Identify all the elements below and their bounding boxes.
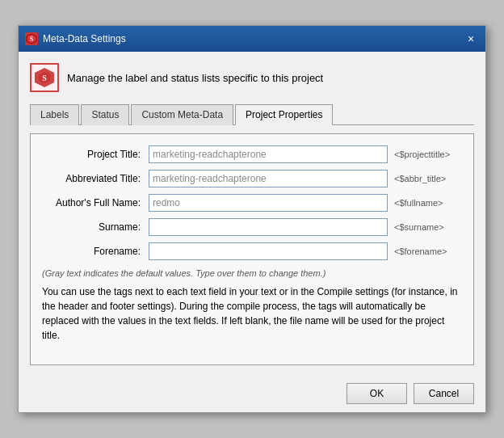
app-icon: S [25, 32, 38, 45]
input-field-4[interactable] [149, 242, 388, 260]
tab-status[interactable]: Status [81, 104, 129, 125]
tag-4: <$forename> [391, 246, 464, 256]
ok-button[interactable]: OK [346, 383, 407, 404]
description-text: You can use the tags next to each text f… [40, 284, 464, 343]
form-row: Author's Full Name:<$fullname> [40, 194, 464, 212]
hint-text: (Gray text indicates the default values.… [40, 268, 464, 278]
svg-text:S: S [30, 36, 34, 43]
form-row: Project Title:<$projecttitle> [40, 145, 464, 163]
form-fields: Project Title:<$projecttitle>Abbreviated… [40, 145, 464, 267]
label-0: Project Title: [40, 149, 145, 160]
tab-labels[interactable]: Labels [30, 104, 79, 125]
title-bar: S Meta-Data Settings × [19, 26, 485, 52]
dialog-window: S Meta-Data Settings × S Manage the labe… [18, 25, 486, 413]
input-field-0[interactable] [149, 145, 388, 163]
svg-text:S: S [42, 74, 47, 82]
window-title: Meta-Data Settings [43, 33, 126, 44]
info-description: Manage the label and status lists specif… [67, 72, 323, 84]
dialog-body: S Manage the label and status lists spec… [19, 52, 485, 377]
label-2: Author's Full Name: [40, 197, 145, 208]
label-1: Abbreviated Title: [40, 173, 145, 184]
tag-0: <$projecttitle> [391, 150, 464, 159]
form-row: Abbreviated Title:<$abbr_title> [40, 170, 464, 187]
label-4: Forename: [40, 246, 145, 257]
tab-project-properties[interactable]: Project Properties [235, 104, 333, 125]
info-icon-inner: S [35, 68, 54, 87]
button-bar: OK Cancel [19, 377, 485, 412]
label-3: Surname: [40, 221, 145, 233]
form-row: Surname:<$surname> [40, 218, 464, 236]
info-icon: S [30, 63, 59, 92]
cancel-button[interactable]: Cancel [414, 383, 474, 404]
input-field-1[interactable] [149, 170, 388, 187]
tag-3: <$surname> [391, 222, 464, 232]
input-field-3[interactable] [149, 218, 388, 236]
form-row: Forename:<$forename> [40, 242, 464, 260]
info-bar: S Manage the label and status lists spec… [30, 60, 474, 95]
tabs-container: Labels Status Custom Meta-Data Project P… [30, 103, 474, 125]
title-bar-left: S Meta-Data Settings [25, 32, 126, 45]
tag-1: <$abbr_title> [391, 174, 464, 183]
tab-custom-meta-data[interactable]: Custom Meta-Data [131, 104, 233, 125]
tag-2: <$fullname> [391, 198, 464, 208]
content-area: Project Title:<$projecttitle>Abbreviated… [30, 133, 474, 365]
input-field-2[interactable] [149, 194, 388, 212]
close-button[interactable]: × [463, 31, 479, 47]
